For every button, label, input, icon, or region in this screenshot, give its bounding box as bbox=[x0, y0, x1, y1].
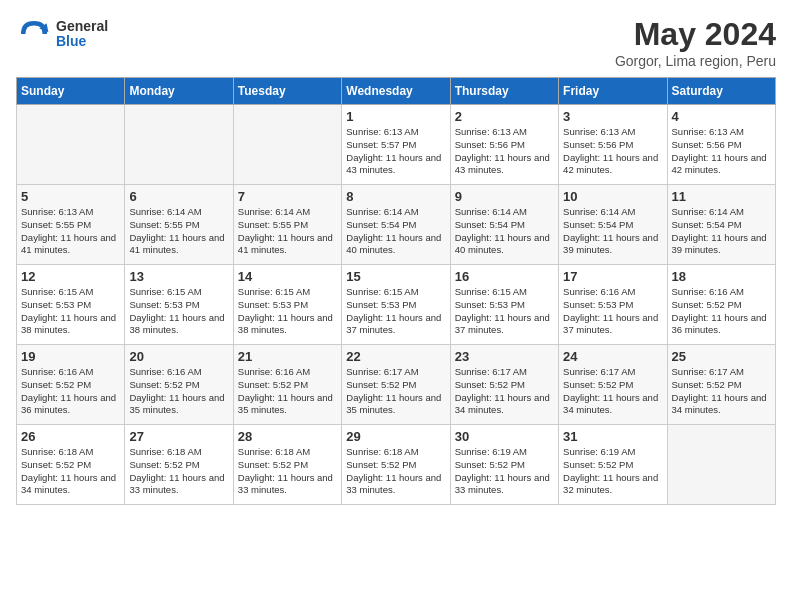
calendar-cell: 3Sunrise: 6:13 AMSunset: 5:56 PMDaylight… bbox=[559, 105, 667, 185]
day-info: Sunrise: 6:14 AMSunset: 5:55 PMDaylight:… bbox=[238, 206, 337, 257]
week-row-3: 12Sunrise: 6:15 AMSunset: 5:53 PMDayligh… bbox=[17, 265, 776, 345]
day-info: Sunrise: 6:14 AMSunset: 5:54 PMDaylight:… bbox=[455, 206, 554, 257]
day-number: 10 bbox=[563, 189, 662, 204]
day-number: 23 bbox=[455, 349, 554, 364]
day-info: Sunrise: 6:15 AMSunset: 5:53 PMDaylight:… bbox=[346, 286, 445, 337]
day-number: 2 bbox=[455, 109, 554, 124]
day-number: 31 bbox=[563, 429, 662, 444]
calendar-cell: 11Sunrise: 6:14 AMSunset: 5:54 PMDayligh… bbox=[667, 185, 775, 265]
calendar-cell: 22Sunrise: 6:17 AMSunset: 5:52 PMDayligh… bbox=[342, 345, 450, 425]
calendar-cell bbox=[667, 425, 775, 505]
day-number: 28 bbox=[238, 429, 337, 444]
day-info: Sunrise: 6:18 AMSunset: 5:52 PMDaylight:… bbox=[346, 446, 445, 497]
calendar-cell: 29Sunrise: 6:18 AMSunset: 5:52 PMDayligh… bbox=[342, 425, 450, 505]
day-number: 9 bbox=[455, 189, 554, 204]
calendar-cell bbox=[125, 105, 233, 185]
day-number: 13 bbox=[129, 269, 228, 284]
logo: General Blue bbox=[16, 16, 108, 52]
day-info: Sunrise: 6:13 AMSunset: 5:55 PMDaylight:… bbox=[21, 206, 120, 257]
col-header-sunday: Sunday bbox=[17, 78, 125, 105]
logo-icon bbox=[16, 16, 52, 52]
day-number: 19 bbox=[21, 349, 120, 364]
calendar-cell: 8Sunrise: 6:14 AMSunset: 5:54 PMDaylight… bbox=[342, 185, 450, 265]
day-info: Sunrise: 6:13 AMSunset: 5:56 PMDaylight:… bbox=[672, 126, 771, 177]
day-number: 4 bbox=[672, 109, 771, 124]
calendar-cell: 15Sunrise: 6:15 AMSunset: 5:53 PMDayligh… bbox=[342, 265, 450, 345]
day-number: 29 bbox=[346, 429, 445, 444]
calendar-cell: 18Sunrise: 6:16 AMSunset: 5:52 PMDayligh… bbox=[667, 265, 775, 345]
calendar-cell: 7Sunrise: 6:14 AMSunset: 5:55 PMDaylight… bbox=[233, 185, 341, 265]
day-info: Sunrise: 6:14 AMSunset: 5:54 PMDaylight:… bbox=[672, 206, 771, 257]
calendar-cell: 6Sunrise: 6:14 AMSunset: 5:55 PMDaylight… bbox=[125, 185, 233, 265]
calendar-cell: 23Sunrise: 6:17 AMSunset: 5:52 PMDayligh… bbox=[450, 345, 558, 425]
day-number: 1 bbox=[346, 109, 445, 124]
day-number: 26 bbox=[21, 429, 120, 444]
day-number: 8 bbox=[346, 189, 445, 204]
day-info: Sunrise: 6:19 AMSunset: 5:52 PMDaylight:… bbox=[455, 446, 554, 497]
day-info: Sunrise: 6:13 AMSunset: 5:56 PMDaylight:… bbox=[563, 126, 662, 177]
day-number: 11 bbox=[672, 189, 771, 204]
day-info: Sunrise: 6:13 AMSunset: 5:56 PMDaylight:… bbox=[455, 126, 554, 177]
day-info: Sunrise: 6:14 AMSunset: 5:54 PMDaylight:… bbox=[563, 206, 662, 257]
calendar-cell: 16Sunrise: 6:15 AMSunset: 5:53 PMDayligh… bbox=[450, 265, 558, 345]
calendar-cell: 9Sunrise: 6:14 AMSunset: 5:54 PMDaylight… bbox=[450, 185, 558, 265]
calendar-cell: 1Sunrise: 6:13 AMSunset: 5:57 PMDaylight… bbox=[342, 105, 450, 185]
day-number: 3 bbox=[563, 109, 662, 124]
calendar-cell: 28Sunrise: 6:18 AMSunset: 5:52 PMDayligh… bbox=[233, 425, 341, 505]
calendar-cell: 5Sunrise: 6:13 AMSunset: 5:55 PMDaylight… bbox=[17, 185, 125, 265]
day-info: Sunrise: 6:15 AMSunset: 5:53 PMDaylight:… bbox=[129, 286, 228, 337]
day-info: Sunrise: 6:17 AMSunset: 5:52 PMDaylight:… bbox=[672, 366, 771, 417]
day-number: 15 bbox=[346, 269, 445, 284]
day-info: Sunrise: 6:18 AMSunset: 5:52 PMDaylight:… bbox=[238, 446, 337, 497]
calendar-cell: 31Sunrise: 6:19 AMSunset: 5:52 PMDayligh… bbox=[559, 425, 667, 505]
logo-line1: General bbox=[56, 19, 108, 34]
week-row-4: 19Sunrise: 6:16 AMSunset: 5:52 PMDayligh… bbox=[17, 345, 776, 425]
day-number: 5 bbox=[21, 189, 120, 204]
calendar-cell bbox=[17, 105, 125, 185]
day-info: Sunrise: 6:16 AMSunset: 5:52 PMDaylight:… bbox=[129, 366, 228, 417]
day-number: 6 bbox=[129, 189, 228, 204]
day-number: 7 bbox=[238, 189, 337, 204]
day-info: Sunrise: 6:14 AMSunset: 5:54 PMDaylight:… bbox=[346, 206, 445, 257]
day-number: 16 bbox=[455, 269, 554, 284]
day-number: 22 bbox=[346, 349, 445, 364]
day-number: 18 bbox=[672, 269, 771, 284]
day-info: Sunrise: 6:15 AMSunset: 5:53 PMDaylight:… bbox=[21, 286, 120, 337]
calendar-cell: 26Sunrise: 6:18 AMSunset: 5:52 PMDayligh… bbox=[17, 425, 125, 505]
day-info: Sunrise: 6:18 AMSunset: 5:52 PMDaylight:… bbox=[21, 446, 120, 497]
logo-line2: Blue bbox=[56, 34, 108, 49]
calendar-cell: 25Sunrise: 6:17 AMSunset: 5:52 PMDayligh… bbox=[667, 345, 775, 425]
day-info: Sunrise: 6:17 AMSunset: 5:52 PMDaylight:… bbox=[455, 366, 554, 417]
week-row-2: 5Sunrise: 6:13 AMSunset: 5:55 PMDaylight… bbox=[17, 185, 776, 265]
day-info: Sunrise: 6:16 AMSunset: 5:53 PMDaylight:… bbox=[563, 286, 662, 337]
calendar-cell: 2Sunrise: 6:13 AMSunset: 5:56 PMDaylight… bbox=[450, 105, 558, 185]
day-info: Sunrise: 6:16 AMSunset: 5:52 PMDaylight:… bbox=[21, 366, 120, 417]
calendar-cell: 17Sunrise: 6:16 AMSunset: 5:53 PMDayligh… bbox=[559, 265, 667, 345]
logo-text: General Blue bbox=[56, 19, 108, 50]
calendar-cell: 13Sunrise: 6:15 AMSunset: 5:53 PMDayligh… bbox=[125, 265, 233, 345]
day-number: 30 bbox=[455, 429, 554, 444]
calendar-cell: 4Sunrise: 6:13 AMSunset: 5:56 PMDaylight… bbox=[667, 105, 775, 185]
day-info: Sunrise: 6:19 AMSunset: 5:52 PMDaylight:… bbox=[563, 446, 662, 497]
calendar-cell: 10Sunrise: 6:14 AMSunset: 5:54 PMDayligh… bbox=[559, 185, 667, 265]
calendar-cell: 24Sunrise: 6:17 AMSunset: 5:52 PMDayligh… bbox=[559, 345, 667, 425]
month-title: May 2024 bbox=[615, 16, 776, 53]
day-number: 21 bbox=[238, 349, 337, 364]
day-info: Sunrise: 6:16 AMSunset: 5:52 PMDaylight:… bbox=[238, 366, 337, 417]
calendar-cell bbox=[233, 105, 341, 185]
day-info: Sunrise: 6:16 AMSunset: 5:52 PMDaylight:… bbox=[672, 286, 771, 337]
day-info: Sunrise: 6:17 AMSunset: 5:52 PMDaylight:… bbox=[563, 366, 662, 417]
col-header-friday: Friday bbox=[559, 78, 667, 105]
day-number: 17 bbox=[563, 269, 662, 284]
header-row: SundayMondayTuesdayWednesdayThursdayFrid… bbox=[17, 78, 776, 105]
day-info: Sunrise: 6:14 AMSunset: 5:55 PMDaylight:… bbox=[129, 206, 228, 257]
calendar-cell: 14Sunrise: 6:15 AMSunset: 5:53 PMDayligh… bbox=[233, 265, 341, 345]
day-number: 24 bbox=[563, 349, 662, 364]
page-header: General Blue May 2024 Gorgor, Lima regio… bbox=[16, 16, 776, 69]
calendar-table: SundayMondayTuesdayWednesdayThursdayFrid… bbox=[16, 77, 776, 505]
calendar-cell: 27Sunrise: 6:18 AMSunset: 5:52 PMDayligh… bbox=[125, 425, 233, 505]
col-header-saturday: Saturday bbox=[667, 78, 775, 105]
day-number: 20 bbox=[129, 349, 228, 364]
calendar-cell: 12Sunrise: 6:15 AMSunset: 5:53 PMDayligh… bbox=[17, 265, 125, 345]
col-header-thursday: Thursday bbox=[450, 78, 558, 105]
